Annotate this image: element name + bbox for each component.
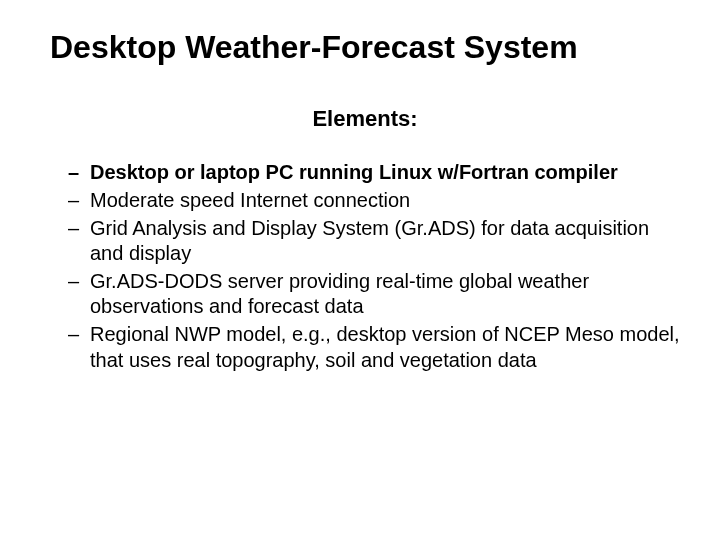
list-item: Gr.ADS-DODS server providing real-time g… — [68, 269, 680, 320]
slide-subtitle: Elements: — [50, 106, 680, 132]
list-item: Moderate speed Internet connection — [68, 188, 680, 214]
list-item: Desktop or laptop PC running Linux w/For… — [68, 160, 680, 186]
list-item: Grid Analysis and Display System (Gr.ADS… — [68, 216, 680, 267]
bullet-list: Desktop or laptop PC running Linux w/For… — [50, 160, 680, 373]
list-item: Regional NWP model, e.g., desktop versio… — [68, 322, 680, 373]
slide-title: Desktop Weather-Forecast System — [50, 28, 680, 66]
slide: Desktop Weather-Forecast System Elements… — [0, 0, 720, 540]
